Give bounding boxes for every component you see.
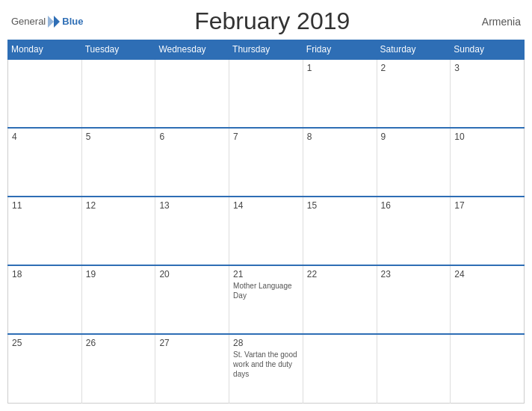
calendar-cell: 23 bbox=[377, 265, 451, 334]
calendar-cell bbox=[155, 59, 229, 128]
logo: General Blue bbox=[11, 14, 83, 29]
calendar-cell: 22 bbox=[303, 265, 377, 334]
calendar-cell: 20 bbox=[155, 265, 229, 334]
calendar-cell bbox=[303, 334, 377, 403]
calendar-cell: 11 bbox=[8, 197, 82, 265]
calendar-cell: 15 bbox=[303, 197, 377, 265]
page: General Blue February 2019 Armenia Monda… bbox=[0, 0, 532, 411]
col-saturday: Saturday bbox=[377, 40, 451, 60]
day-number: 4 bbox=[12, 132, 78, 142]
day-number: 24 bbox=[454, 269, 520, 279]
calendar-cell: 13 bbox=[155, 197, 229, 265]
calendar-table: Monday Tuesday Wednesday Thursday Friday… bbox=[7, 40, 525, 404]
day-number: 11 bbox=[12, 200, 78, 211]
day-number: 5 bbox=[86, 132, 152, 142]
calendar-cell: 24 bbox=[451, 265, 525, 334]
calendar-cell: 17 bbox=[451, 197, 525, 265]
day-number: 19 bbox=[86, 269, 152, 279]
col-tuesday: Tuesday bbox=[81, 40, 155, 60]
calendar-cell: 14 bbox=[229, 197, 303, 265]
country-label: Armenia bbox=[461, 16, 521, 28]
svg-marker-1 bbox=[48, 16, 54, 28]
calendar-cell: 9 bbox=[377, 128, 451, 197]
col-thursday: Thursday bbox=[229, 40, 303, 60]
day-number: 25 bbox=[12, 338, 78, 348]
event-text: St. Vartan the good work and the duty da… bbox=[233, 350, 297, 378]
calendar-cell bbox=[377, 334, 451, 403]
flag-icon bbox=[46, 14, 61, 29]
calendar-cell: 19 bbox=[81, 265, 155, 334]
calendar-cell bbox=[451, 334, 525, 403]
day-number: 7 bbox=[233, 132, 299, 142]
calendar-cell: 18 bbox=[8, 265, 82, 334]
calendar-cell: 16 bbox=[377, 197, 451, 265]
month-title: February 2019 bbox=[83, 7, 461, 35]
logo-blue: Blue bbox=[62, 16, 83, 27]
calendar-week-row: 45678910 bbox=[8, 128, 525, 197]
calendar-cell: 3 bbox=[451, 59, 525, 128]
header: General Blue February 2019 Armenia bbox=[7, 7, 525, 35]
day-number: 8 bbox=[307, 132, 373, 142]
calendar-cell: 27 bbox=[155, 334, 229, 403]
svg-marker-0 bbox=[54, 16, 60, 28]
day-number: 21 bbox=[233, 269, 299, 279]
col-wednesday: Wednesday bbox=[155, 40, 229, 60]
calendar-cell: 5 bbox=[81, 128, 155, 197]
col-friday: Friday bbox=[303, 40, 377, 60]
calendar-cell: 25 bbox=[8, 334, 82, 403]
calendar-cell: 6 bbox=[155, 128, 229, 197]
day-number: 13 bbox=[159, 200, 225, 211]
calendar-week-row: 25262728St. Vartan the good work and the… bbox=[8, 334, 525, 403]
calendar-cell: 7 bbox=[229, 128, 303, 197]
calendar-cell: 10 bbox=[451, 128, 525, 197]
logo-general: General bbox=[11, 16, 46, 27]
calendar-cell: 28St. Vartan the good work and the duty … bbox=[229, 334, 303, 403]
calendar-header-row: Monday Tuesday Wednesday Thursday Friday… bbox=[8, 40, 525, 60]
col-monday: Monday bbox=[8, 40, 82, 60]
day-number: 17 bbox=[454, 200, 520, 211]
calendar-cell: 1 bbox=[303, 59, 377, 128]
calendar-cell bbox=[229, 59, 303, 128]
calendar-cell: 2 bbox=[377, 59, 451, 128]
calendar-week-row: 123 bbox=[8, 59, 525, 128]
calendar-cell: 8 bbox=[303, 128, 377, 197]
calendar-cell: 26 bbox=[81, 334, 155, 403]
day-number: 15 bbox=[307, 200, 373, 211]
day-number: 23 bbox=[381, 269, 447, 279]
day-number: 20 bbox=[159, 269, 225, 279]
day-number: 22 bbox=[307, 269, 373, 279]
day-number: 26 bbox=[86, 338, 152, 348]
calendar-cell: 21Mother Language Day bbox=[229, 265, 303, 334]
day-number: 27 bbox=[159, 338, 225, 348]
calendar-cell bbox=[81, 59, 155, 128]
day-number: 10 bbox=[454, 132, 520, 142]
col-sunday: Sunday bbox=[451, 40, 525, 60]
calendar-cell: 12 bbox=[81, 197, 155, 265]
day-number: 28 bbox=[233, 338, 299, 348]
day-number: 3 bbox=[454, 63, 520, 73]
day-number: 1 bbox=[307, 63, 373, 73]
calendar-week-row: 18192021Mother Language Day222324 bbox=[8, 265, 525, 334]
day-number: 18 bbox=[12, 269, 78, 279]
day-number: 6 bbox=[159, 132, 225, 142]
calendar-cell bbox=[8, 59, 82, 128]
day-number: 12 bbox=[86, 200, 152, 211]
day-number: 2 bbox=[381, 63, 447, 73]
day-number: 9 bbox=[381, 132, 447, 142]
event-text: Mother Language Day bbox=[233, 282, 291, 300]
day-number: 16 bbox=[381, 200, 447, 211]
calendar-cell: 4 bbox=[8, 128, 82, 197]
calendar-week-row: 11121314151617 bbox=[8, 197, 525, 265]
day-number: 14 bbox=[233, 200, 299, 211]
